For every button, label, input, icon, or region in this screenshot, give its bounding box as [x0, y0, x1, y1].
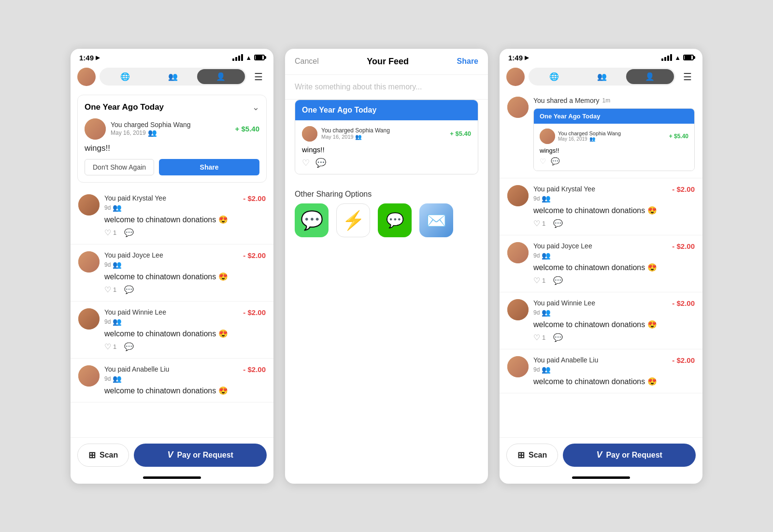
feed-date-3-left: 9d 👥 [104, 374, 266, 383]
preview-tx-desc: You charged Sophia Wang [321, 127, 446, 134]
feed-message-2-right: welcome to chinatown donations 😍 [533, 320, 695, 329]
feed-item-2-right: You paid Winnie Lee - $2.00 9d 👥 welcome… [500, 292, 702, 349]
tab-friends-right[interactable]: 👥 [578, 69, 626, 84]
pay-button-right[interactable]: V Pay or Request [563, 444, 696, 467]
feed-message-3-left: welcome to chinatown donations 😍 [104, 386, 266, 395]
memory-title-left: One Year Ago Today [85, 102, 164, 112]
feed-group-0-right: 👥 [542, 194, 551, 203]
hamburger-menu-left[interactable]: ☰ [250, 69, 267, 85]
qr-icon-right: ⊞ [517, 450, 525, 460]
middle-screen: Cancel Your Feed Share Write something a… [285, 49, 488, 484]
memory-avatar-left [85, 118, 106, 140]
like-btn-1-left[interactable]: ♡ 1 [104, 285, 116, 294]
like-btn-2-right[interactable]: ♡ 1 [533, 333, 545, 342]
share-button[interactable]: Share [457, 57, 478, 66]
shared-banner-body: You charged Sophia Wang May 16, 2019 👥 +… [534, 124, 694, 171]
tab-friends-left[interactable]: 👥 [149, 69, 197, 84]
feed-message-0-left: welcome to chinatown donations 😍 [104, 215, 266, 224]
like-btn-2-left[interactable]: ♡ 1 [104, 342, 116, 351]
avatar-left[interactable] [77, 68, 96, 86]
share-app-messenger[interactable]: ⚡ [336, 203, 370, 237]
comment-icon-0-right: 💬 [553, 219, 563, 228]
like-btn-0-right[interactable]: ♡ 1 [533, 219, 545, 228]
like-count-1-right: 1 [542, 277, 545, 284]
pay-button-left[interactable]: V Pay or Request [134, 444, 267, 467]
shared-banner-tx-date: May 16, 2019 👥 [558, 136, 666, 142]
feed-amount-2-left: - $2.00 [243, 308, 266, 316]
tab-globe-left[interactable]: 🌐 [101, 69, 149, 84]
shared-banner-avatar [540, 129, 555, 144]
shared-banner-comment-icon[interactable]: 💬 [551, 157, 560, 166]
avatar-right[interactable] [506, 68, 525, 86]
signal-bars-left [232, 54, 243, 61]
feed-item-3-right: You paid Anabelle Liu - $2.00 9d 👥 welco… [500, 349, 702, 393]
feed-desc-0-right: You paid Krystal Yee [533, 185, 595, 193]
memory-tx-amount-left: + $5.40 [235, 125, 259, 133]
like-btn-0-left[interactable]: ♡ 1 [104, 228, 116, 237]
preview-heart-icon[interactable]: ♡ [302, 158, 310, 168]
feed-desc-1-right: You paid Joyce Lee [533, 242, 592, 250]
cancel-button[interactable]: Cancel [295, 57, 319, 66]
tab-profile-left[interactable]: 👤 [197, 69, 245, 84]
memory-preview-header: One Year Ago Today [295, 100, 478, 120]
hamburger-menu-right[interactable]: ☰ [679, 69, 696, 85]
heart-icon-1-right: ♡ [533, 276, 540, 285]
preview-message: wings!! [302, 145, 471, 154]
dont-show-button-left[interactable]: Don't Show Again [85, 159, 154, 175]
like-count-2-right: 1 [542, 334, 545, 341]
feed-group-0-left: 👥 [113, 203, 122, 212]
feed-item-2-left: You paid Winnie Lee - $2.00 9d 👥 welcome… [71, 302, 273, 359]
memory-tx-message-left: wings!! [85, 144, 259, 153]
feed-group-3-right: 👥 [542, 365, 551, 374]
feed-message-1-left: welcome to chinatown donations 😍 [104, 272, 266, 281]
memory-tx-date-left: May 16, 2019 👥 [111, 129, 230, 137]
compose-area[interactable]: Write something about this memory... [285, 75, 488, 100]
preview-comment-icon[interactable]: 💬 [315, 158, 326, 168]
battery-icon-right [683, 55, 694, 60]
feed-date-3-right: 9d 👥 [533, 365, 695, 374]
nav-bar-right: 🌐 👥 👤 ☰ [500, 64, 702, 90]
memory-preview-body: You charged Sophia Wang May 16, 2019 👥 +… [295, 120, 478, 174]
share-app-mail[interactable]: ✉️ [419, 203, 453, 237]
comment-btn-1-right[interactable]: 💬 [553, 276, 563, 285]
venmo-v-right: V [596, 450, 602, 460]
feed-avatar-3-left [78, 365, 100, 387]
shared-banner-heart-icon[interactable]: ♡ [540, 157, 546, 166]
feed-item-3-left: You paid Anabelle Liu - $2.00 9d 👥 welco… [71, 359, 273, 403]
share-app-wechat[interactable]: 💬 [378, 203, 412, 237]
comment-btn-2-right[interactable]: 💬 [553, 333, 563, 342]
feed-desc-0-left: You paid Krystal Yee [104, 194, 166, 202]
wifi-icon-right: ▲ [674, 54, 681, 61]
comment-btn-0-right[interactable]: 💬 [553, 219, 563, 228]
comment-icon-0-left: 💬 [124, 228, 134, 237]
shared-memory-item: You shared a Memory 1m One Year Ago Toda… [500, 90, 702, 178]
like-btn-1-right[interactable]: ♡ 1 [533, 276, 545, 285]
qr-icon-left: ⊞ [88, 450, 96, 460]
shared-desc: You shared a Memory [533, 97, 599, 104]
comment-btn-0-left[interactable]: 💬 [124, 228, 134, 237]
feed-group-1-left: 👥 [113, 260, 122, 269]
share-memory-button-left[interactable]: Share [159, 159, 259, 175]
messenger-icon: ⚡ [342, 210, 365, 231]
comment-btn-1-left[interactable]: 💬 [124, 285, 134, 294]
nav-bar-left: 🌐 👥 👤 ☰ [71, 64, 273, 90]
bottom-bar-right: ⊞ Scan V Pay or Request [500, 437, 702, 474]
scan-button-left[interactable]: ⊞ Scan [77, 444, 129, 467]
share-header: Cancel Your Feed Share [285, 49, 488, 75]
tab-globe-right[interactable]: 🌐 [530, 69, 578, 84]
feed-message-2-left: welcome to chinatown donations 😍 [104, 329, 266, 338]
comment-btn-2-left[interactable]: 💬 [124, 342, 134, 351]
feed-list-right: You paid Krystal Yee - $2.00 9d 👥 welcom… [500, 178, 702, 393]
shared-avatar [507, 97, 529, 118]
feed-amount-0-right: - $2.00 [672, 185, 695, 193]
feed-amount-3-left: - $2.00 [243, 365, 266, 374]
scan-button-right[interactable]: ⊞ Scan [506, 444, 558, 467]
preview-tx-date: May 16, 2019 👥 [321, 134, 446, 140]
right-screen: 1:49 ▶ ▲ 🌐 [500, 49, 702, 484]
other-options-label: Other Sharing Options [285, 182, 488, 203]
share-app-messages[interactable]: 💬 [295, 203, 329, 237]
feed-desc-3-left: You paid Anabelle Liu [104, 365, 169, 373]
tab-profile-right[interactable]: 👤 [626, 69, 674, 84]
chevron-icon-left[interactable]: ⌄ [252, 102, 259, 113]
feed-desc-2-right: You paid Winnie Lee [533, 299, 595, 307]
